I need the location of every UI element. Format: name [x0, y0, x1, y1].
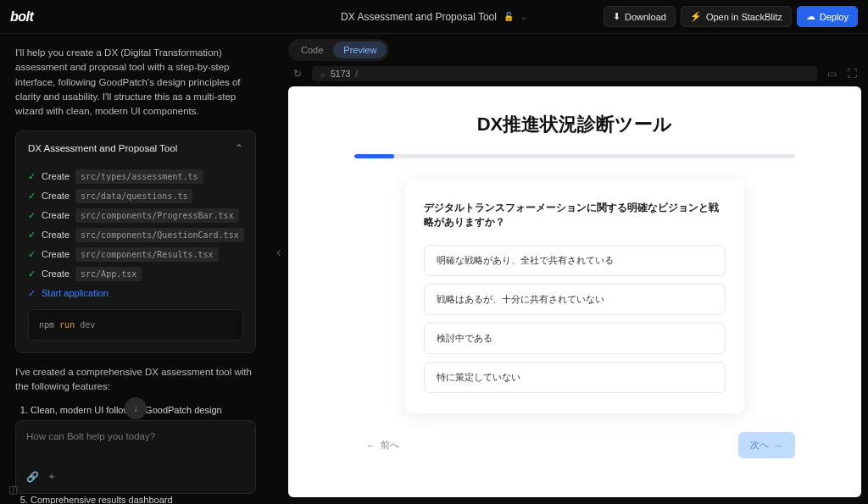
search-icon: ⌕	[320, 69, 326, 79]
url-path: /	[355, 69, 358, 79]
sparkle-icon[interactable]: ✦	[47, 469, 56, 485]
lock-icon: 🔓	[504, 12, 514, 21]
check-icon: ✓	[28, 286, 36, 301]
chat-input-container: 🔗 ✦	[15, 420, 256, 494]
cloud-icon: ☁	[806, 11, 815, 22]
tab-code[interactable]: Code	[291, 42, 333, 58]
features-intro: I've created a comprehensive DX assessme…	[15, 365, 256, 395]
download-icon: ⬇	[613, 11, 620, 22]
file-path: src/components/QuestionCard.tsx	[75, 228, 244, 242]
feature-item: Comprehensive results dashboard	[31, 493, 256, 504]
preview-app: DX推進状況診断ツール デジタルトランスフォーメーションに関する明確なビジョンと…	[288, 86, 861, 497]
file-path: src/types/assessment.ts	[75, 169, 203, 184]
url-bar: ↻ ⌕ 5173 / ▭ ⛶	[288, 66, 861, 81]
task-item: ✓Createsrc/data/questions.ts	[28, 186, 243, 206]
check-icon: ✓	[28, 169, 36, 184]
url-actions: ▭ ⛶	[824, 68, 860, 80]
link-icon[interactable]: 🔗	[26, 469, 39, 485]
option-2[interactable]: 検討中である	[424, 323, 726, 354]
url-port: 5173	[331, 69, 350, 79]
chevron-left-icon: ‹	[276, 245, 281, 260]
check-icon: ✓	[28, 208, 36, 223]
task-item: ✓Createsrc/components/Results.tsx	[28, 245, 243, 264]
progress-fill	[354, 154, 394, 158]
task-card-header[interactable]: DX Assessment and Proposal Tool ⌃	[16, 131, 255, 166]
arrow-left-icon: ←	[366, 440, 376, 451]
preview-pane: DX推進状況診断ツール デジタルトランスフォーメーションに関する明確なビジョンと…	[288, 86, 861, 497]
option-0[interactable]: 明確な戦略があり、全社で共有されている	[424, 245, 726, 276]
chevron-down-icon: ⌄	[520, 13, 527, 21]
arrow-right-icon: →	[774, 440, 783, 451]
task-item: ✓Createsrc/App.tsx	[28, 264, 243, 284]
option-1[interactable]: 戦略はあるが、十分に共有されていない	[424, 284, 726, 315]
open-external-icon[interactable]: ⛶	[844, 68, 860, 80]
tabs-pill: Code Preview	[288, 39, 389, 61]
task-item-start: ✓Start application	[28, 284, 243, 303]
arrow-down-icon: ↓	[133, 401, 138, 416]
topbar-actions: ⬇ Download ⚡ Open in StackBlitz ☁ Deploy	[604, 6, 858, 27]
file-path: src/App.tsx	[75, 267, 142, 281]
lightning-icon: ⚡	[690, 11, 702, 22]
tabs-row: Code Preview	[288, 39, 861, 61]
deploy-button[interactable]: ☁ Deploy	[797, 6, 858, 27]
task-item: ✓Createsrc/types/assessment.ts	[28, 167, 243, 186]
logo: bolt	[10, 9, 33, 25]
command-block: npm run dev	[28, 309, 243, 341]
open-stackblitz-button[interactable]: ⚡ Open in StackBlitz	[681, 6, 792, 27]
scroll-down-indicator[interactable]: ↓	[125, 397, 147, 419]
task-card-title: DX Assessment and Proposal Tool	[28, 141, 177, 156]
next-button[interactable]: 次へ →	[738, 432, 795, 458]
question-card: デジタルトランスフォーメーションに関する明確なビジョンと戦略がありますか？ 明確…	[405, 180, 744, 413]
app-title: DX推進状況診断ツール	[477, 112, 673, 137]
file-path: src/components/ProgressBar.tsx	[75, 208, 239, 223]
project-title: DX Assessment and Proposal Tool	[341, 11, 497, 23]
intro-text: I'll help you create a DX (Digital Trans…	[15, 46, 256, 119]
panel-toggle-icon[interactable]: ◫	[5, 482, 20, 497]
preview-panel: Code Preview ↻ ⌕ 5173 / ▭ ⛶ DX推進状況診断ツール	[271, 34, 868, 504]
progress-bar	[354, 154, 795, 158]
prev-button[interactable]: ← 前へ	[354, 432, 411, 458]
refresh-icon[interactable]: ↻	[290, 68, 305, 80]
tab-preview[interactable]: Preview	[333, 42, 387, 58]
check-icon: ✓	[28, 228, 36, 242]
nav-row: ← 前へ 次へ →	[354, 432, 795, 458]
task-item: ✓Createsrc/components/ProgressBar.tsx	[28, 206, 243, 225]
url-field[interactable]: ⌕ 5173 /	[312, 66, 817, 81]
collapse-panel-button[interactable]: ‹	[271, 235, 287, 269]
question-text: デジタルトランスフォーメーションに関する明確なビジョンと戦略がありますか？	[424, 201, 726, 230]
project-title-wrap[interactable]: DX Assessment and Proposal Tool 🔓 ⌄	[341, 11, 527, 23]
topbar: bolt DX Assessment and Proposal Tool 🔓 ⌄…	[0, 0, 868, 34]
task-card: DX Assessment and Proposal Tool ⌃ ✓Creat…	[15, 130, 256, 353]
check-icon: ✓	[28, 247, 36, 262]
file-path: src/components/Results.tsx	[75, 247, 219, 262]
task-card-body: ✓Createsrc/types/assessment.ts ✓Createsr…	[16, 167, 255, 353]
check-icon: ✓	[28, 267, 36, 281]
start-application-label: Start application	[42, 286, 108, 301]
download-button[interactable]: ⬇ Download	[604, 6, 676, 27]
chat-panel: I'll help you create a DX (Digital Trans…	[0, 34, 271, 504]
task-item: ✓Createsrc/components/QuestionCard.tsx	[28, 225, 243, 245]
devices-icon[interactable]: ▭	[824, 68, 839, 80]
main: I'll help you create a DX (Digital Trans…	[0, 34, 868, 504]
chat-input-actions: 🔗 ✦	[26, 469, 245, 485]
chat-input[interactable]	[26, 431, 245, 441]
chevron-up-icon: ⌃	[235, 141, 243, 156]
check-icon: ✓	[28, 189, 36, 203]
option-3[interactable]: 特に策定していない	[424, 362, 726, 393]
file-path: src/data/questions.ts	[75, 189, 192, 203]
